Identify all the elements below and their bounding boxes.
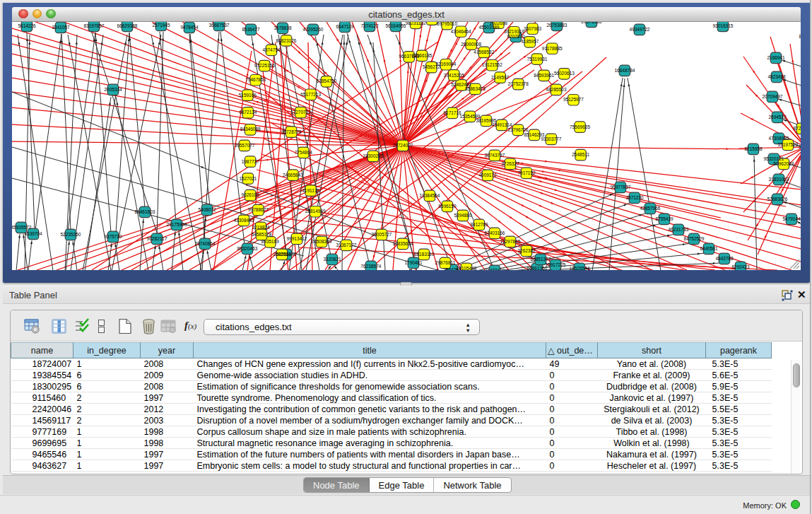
svg-text:79467853: 79467853	[245, 77, 266, 82]
svg-text:6440561: 6440561	[700, 246, 719, 251]
svg-text:3341057: 3341057	[52, 25, 71, 30]
svg-text:46231783: 46231783	[669, 227, 689, 232]
svg-text:29175900: 29175900	[167, 222, 187, 227]
svg-text:43308443: 43308443	[234, 218, 254, 223]
svg-text:98231132: 98231132	[406, 22, 427, 25]
svg-text:27105448: 27105448	[457, 266, 477, 270]
svg-text:28740864: 28740864	[195, 241, 216, 246]
svg-text:26090908: 26090908	[461, 42, 481, 47]
svg-text:11297845: 11297845	[500, 239, 522, 244]
svg-text:36687537: 36687537	[209, 23, 230, 28]
svg-text:8215958: 8215958	[745, 146, 763, 151]
svg-text:6171716: 6171716	[444, 110, 462, 115]
svg-text:99788677: 99788677	[248, 207, 269, 212]
svg-text:8722606: 8722606	[794, 126, 801, 131]
svg-text:88183110: 88183110	[414, 252, 435, 257]
svg-text:5614226: 5614226	[18, 23, 37, 28]
svg-text:30743797: 30743797	[485, 153, 505, 158]
svg-text:3726327: 3726327	[502, 161, 520, 166]
svg-text:50962024: 50962024	[774, 161, 794, 166]
svg-text:88461803: 88461803	[135, 209, 155, 214]
svg-text:4842788: 4842788	[716, 256, 734, 261]
svg-text:31472420: 31472420	[485, 268, 505, 270]
svg-text:84346088: 84346088	[240, 127, 261, 132]
svg-text:16648784: 16648784	[615, 68, 635, 73]
svg-text:24665841: 24665841	[283, 173, 303, 177]
svg-text:6647119: 6647119	[336, 24, 355, 29]
svg-text:2005334: 2005334	[105, 87, 123, 92]
svg-text:26753883: 26753883	[547, 23, 567, 28]
svg-text:84752529: 84752529	[684, 236, 705, 241]
svg-text:3871230: 3871230	[626, 195, 645, 200]
svg-text:42857966: 42857966	[640, 206, 661, 211]
svg-text:84593961: 84593961	[534, 73, 554, 78]
svg-text:96728778: 96728778	[281, 129, 302, 134]
svg-text:6292423: 6292423	[732, 264, 751, 269]
svg-text:6672134: 6672134	[239, 110, 257, 115]
svg-text:18526544: 18526544	[570, 266, 590, 270]
svg-text:9375710: 9375710	[105, 234, 123, 239]
svg-text:2022698: 2022698	[490, 22, 508, 25]
svg-text:47308985: 47308985	[769, 136, 789, 141]
svg-text:1527021: 1527021	[239, 176, 257, 181]
svg-text:20576383: 20576383	[582, 22, 602, 24]
svg-text:20752378: 20752378	[508, 81, 529, 86]
svg-text:2571945: 2571945	[153, 23, 171, 28]
svg-text:43046464: 43046464	[451, 29, 471, 34]
svg-text:8412769: 8412769	[471, 222, 489, 227]
svg-text:5394880: 5394880	[454, 213, 473, 218]
svg-text:8707870: 8707870	[507, 34, 526, 39]
svg-text:43491314: 43491314	[492, 122, 512, 127]
svg-text:49349722: 49349722	[630, 27, 650, 32]
svg-text:67403166: 67403166	[485, 230, 505, 235]
svg-text:15197528: 15197528	[778, 142, 799, 147]
svg-text:8935169: 8935169	[261, 239, 280, 244]
svg-text:31831063: 31831063	[769, 177, 789, 182]
svg-text:9626108: 9626108	[242, 192, 260, 197]
svg-text:80823176: 80823176	[276, 38, 297, 43]
svg-text:91178885: 91178885	[542, 46, 563, 51]
svg-text:45503389: 45503389	[479, 25, 500, 30]
svg-text:2548511: 2548511	[572, 152, 590, 157]
svg-text:96637649: 96637649	[399, 54, 419, 59]
svg-text:4009172: 4009172	[479, 173, 498, 177]
svg-text:39557077: 39557077	[235, 143, 255, 148]
svg-text:66629388: 66629388	[117, 23, 138, 28]
svg-text:2166941: 2166941	[767, 55, 786, 60]
svg-text:6596150: 6596150	[439, 204, 457, 209]
svg-text:45935572: 45935572	[12, 225, 32, 230]
svg-text:37415205: 37415205	[444, 73, 464, 78]
svg-text:19121552: 19121552	[482, 62, 502, 67]
svg-text:24508349: 24508349	[312, 239, 332, 244]
svg-text:2694522: 2694522	[769, 115, 787, 119]
svg-text:39854548: 39854548	[799, 144, 801, 149]
svg-text:4823498: 4823498	[768, 74, 787, 79]
svg-text:1987737: 1987737	[242, 159, 260, 164]
svg-text:52235350: 52235350	[61, 232, 81, 237]
svg-text:57683626: 57683626	[767, 197, 788, 201]
svg-text:95320121: 95320121	[764, 156, 784, 161]
svg-text:3678638: 3678638	[274, 25, 293, 30]
svg-text:8536477: 8536477	[242, 27, 261, 32]
svg-text:23796726: 23796726	[508, 127, 529, 132]
svg-text:14835614: 14835614	[393, 241, 413, 246]
svg-text:7374122: 7374122	[361, 23, 379, 28]
svg-text:4191175: 4191175	[302, 188, 320, 193]
svg-text:87490893: 87490893	[799, 34, 801, 39]
svg-text:95125977: 95125977	[563, 97, 584, 102]
svg-text:18300295: 18300295	[363, 153, 384, 158]
svg-text:76238574: 76238574	[361, 264, 382, 269]
svg-text:7754864: 7754864	[295, 150, 313, 155]
svg-text:3607983: 3607983	[524, 26, 542, 31]
svg-text:5456272: 5456272	[423, 64, 441, 69]
svg-text:99913412: 99913412	[287, 236, 307, 241]
svg-text:56020613: 56020613	[554, 71, 575, 76]
svg-text:67854710: 67854710	[317, 78, 337, 83]
svg-text:41568532: 41568532	[473, 49, 494, 54]
svg-text:75569635: 75569635	[570, 124, 590, 129]
svg-text:96282117: 96282117	[147, 236, 168, 241]
svg-text:52462441: 52462441	[451, 82, 471, 87]
svg-text:56164955: 56164955	[386, 23, 406, 28]
svg-text:28814949: 28814949	[305, 209, 326, 214]
svg-text:1790481: 1790481	[405, 260, 423, 265]
